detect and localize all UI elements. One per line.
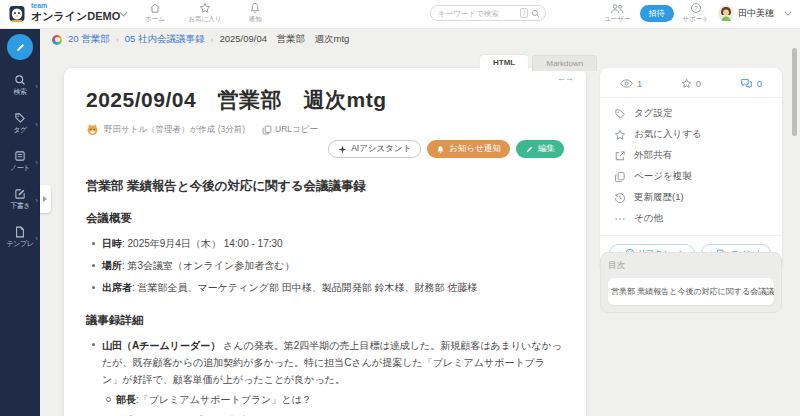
- expand-width-icon[interactable]: ←→: [557, 73, 573, 83]
- section-heading-overview: 会議概要: [86, 211, 564, 226]
- chevron-right-icon: ›: [35, 82, 38, 91]
- tag-icon: [614, 108, 626, 120]
- pencil-icon: [525, 145, 534, 154]
- nav-favorites[interactable]: お気に入り: [187, 2, 223, 24]
- menu-item-tag-settings[interactable]: タグ設定: [600, 103, 782, 124]
- author-text: 野田サトル（管理者）が作成 (3分前): [104, 124, 245, 136]
- chevron-down-icon: [784, 11, 792, 16]
- sidebar-item-notes[interactable]: ノート ›: [0, 149, 40, 174]
- list-item: 日時: 2025年9月4日（木） 14:00 - 17:30: [102, 235, 564, 252]
- menu-item-external-share[interactable]: 外部共有: [600, 145, 782, 166]
- breadcrumb-separator: ›: [116, 35, 119, 45]
- list-item: 場所: 第3会議室（オンライン参加者含む）: [102, 257, 564, 274]
- list-item: 出席者: 営業部全員、マーケティング部 田中様、製品開発部 鈴木様、財務部 佐藤…: [102, 279, 564, 296]
- team-label: team: [31, 2, 120, 10]
- nav-home[interactable]: ホーム: [137, 2, 173, 24]
- search-icon: [531, 9, 540, 18]
- scrollbar-thumb[interactable]: [792, 48, 797, 136]
- team-switcher[interactable]: team オンラインDEMO: [31, 2, 120, 22]
- users-icon: [604, 3, 630, 14]
- users-menu[interactable]: ユーザー: [604, 3, 630, 24]
- support-menu[interactable]: ? サポート: [683, 2, 709, 24]
- section-heading-details: 議事録詳細: [86, 313, 564, 328]
- chevron-down-icon[interactable]: [119, 11, 128, 17]
- app-logo-icon[interactable]: [7, 4, 27, 24]
- eye-icon: [620, 79, 633, 88]
- comment-count[interactable]: 0: [740, 78, 762, 89]
- byline: 野田サトル（管理者）が作成 (3分前) URLコピー: [86, 123, 564, 136]
- draft-icon: [0, 188, 40, 200]
- chevron-right-icon: ›: [35, 196, 38, 205]
- star-count[interactable]: 0: [681, 78, 701, 89]
- sidebar-expand-handle[interactable]: [40, 185, 51, 213]
- list-item: 鈴木（Aチーム 担当C）: 顧客ごとの課題を解決するコンサルティングのようなサー…: [116, 412, 564, 416]
- page-title: 2025/09/04 営業部 週次mtg: [86, 86, 564, 114]
- menu-item-duplicate-page[interactable]: ページを複製: [600, 166, 782, 187]
- ellipsis-icon: [614, 213, 626, 225]
- chevron-right-icon: ›: [35, 120, 38, 129]
- view-tabs: HTML Markdown: [480, 55, 597, 71]
- new-note-button[interactable]: [7, 34, 33, 60]
- user-name: 田中美穂: [738, 7, 774, 20]
- left-sidebar: 検索 › タグ › ノート › 下書き › テンプレ ›: [0, 28, 40, 416]
- home-icon: [137, 2, 173, 14]
- author-avatar: [86, 123, 99, 136]
- top-bar: team オンラインDEMO ホーム お気に入り 通知 /: [0, 0, 800, 29]
- ai-assistant-button[interactable]: AIアシスタント: [328, 140, 421, 158]
- external-share-icon: [614, 150, 626, 162]
- sidebar-item-search[interactable]: 検索 ›: [0, 73, 40, 98]
- star-icon: [187, 2, 223, 14]
- tag-icon: [0, 112, 40, 124]
- breadcrumb-separator: ›: [210, 35, 213, 45]
- details-list: 山田（Aチームリーダー） さんの発表。第2四半期の売上目標は達成した。新規顧客は…: [86, 337, 564, 416]
- top-navigation: ホーム お気に入り 通知: [137, 2, 273, 24]
- sidebar-item-drafts[interactable]: 下書き ›: [0, 187, 40, 212]
- template-icon: [0, 226, 40, 238]
- user-area: ユーザー 招待 ? サポート 田中美穂: [604, 2, 792, 24]
- pencil-icon: [15, 42, 26, 53]
- sidebar-item-tags[interactable]: タグ ›: [0, 111, 40, 136]
- breadcrumb-group[interactable]: 20 営業部: [68, 33, 110, 46]
- menu-item-more[interactable]: その他: [600, 208, 782, 229]
- sidebar-item-templates[interactable]: テンプレ ›: [0, 225, 40, 250]
- history-icon: [614, 192, 626, 204]
- bell-icon: [436, 145, 445, 154]
- doc-heading: 営業部 業績報告と今後の対応に関する会議議事録: [86, 178, 564, 195]
- edit-button[interactable]: 編集: [516, 140, 564, 158]
- menu-item-favorite[interactable]: お気に入りする: [600, 124, 782, 145]
- star-icon: [614, 129, 626, 141]
- details-sublist: 部長:「プレミアムサポートプラン」とは？ 鈴木（Aチーム 担当C）: 顧客ごとの…: [102, 391, 564, 416]
- note-menu: タグ設定 お気に入りする 外部共有 ページを複製 更新履歴(1) その他: [600, 98, 782, 235]
- search-icon: [0, 74, 40, 86]
- note-icon: [0, 150, 40, 162]
- article-actions: AIアシスタント お知らせ通知 編集: [86, 140, 564, 158]
- tab-markdown[interactable]: Markdown: [532, 55, 597, 71]
- article-card: ←→ 2025/09/04 営業部 週次mtg 野田サトル（管理者）が作成 (3…: [64, 68, 586, 416]
- menu-item-history[interactable]: 更新履歴(1): [600, 187, 782, 208]
- list-item: 部長:「プレミアムサポートプラン」とは？: [116, 391, 564, 408]
- sparkle-icon: [338, 145, 347, 154]
- team-name: オンラインDEMO: [31, 10, 120, 22]
- comments-icon: [740, 78, 753, 89]
- chevron-right-icon: ›: [35, 234, 38, 243]
- nav-notifications[interactable]: 通知: [237, 2, 273, 24]
- svg-text:?: ?: [694, 5, 698, 11]
- toc-item[interactable]: 営業部 業績報告と今後の対応に関する会議議事録: [608, 278, 774, 305]
- bell-icon: [237, 2, 273, 14]
- app-window: team オンラインDEMO ホーム お気に入り 通知 /: [0, 0, 800, 416]
- group-color-icon: [52, 35, 62, 45]
- invite-button[interactable]: 招待: [640, 5, 674, 22]
- question-icon: ?: [683, 2, 709, 14]
- announce-button[interactable]: お知らせ通知: [427, 140, 510, 158]
- note-stats: 1 0 0: [600, 68, 782, 98]
- table-of-contents: 目次 営業部 業績報告と今後の対応に関する会議議事録: [600, 252, 782, 313]
- breadcrumb: 20 営業部 › 05 社内会議議事録 › 2025/09/04 営業部 週次m…: [52, 33, 349, 46]
- search-input[interactable]: [436, 8, 520, 19]
- account-menu[interactable]: 田中美穂: [718, 5, 792, 21]
- note-tools-panel: 1 0 0 タグ設定 お気に入りする 外部共有: [600, 68, 782, 272]
- breadcrumb-folder[interactable]: 05 社内会議議事録: [125, 33, 205, 46]
- global-search[interactable]: /: [430, 5, 546, 21]
- url-copy-button[interactable]: URLコピー: [262, 124, 318, 136]
- tab-html[interactable]: HTML: [480, 55, 528, 71]
- avatar: [718, 5, 734, 21]
